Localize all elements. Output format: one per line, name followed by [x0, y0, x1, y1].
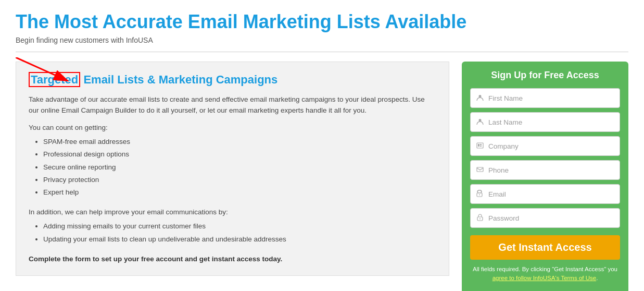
- first-name-field: [470, 88, 620, 108]
- lock-icon: [476, 214, 484, 223]
- password-field: [470, 208, 620, 228]
- targeted-word: Targeted: [29, 72, 80, 87]
- terms-link[interactable]: agree to follow InfoUSA's Terms of Use: [493, 275, 597, 281]
- terms-suffix: .: [596, 275, 598, 281]
- signup-title: Sign Up for Free Access: [470, 70, 620, 81]
- page-title: The Most Accurate Email Marketing Lists …: [16, 10, 628, 33]
- heading-rest: Email Lists & Marketing Campaigns: [80, 73, 277, 86]
- company-input[interactable]: [488, 142, 614, 150]
- list-item: SPAM-free email addresses: [43, 136, 436, 148]
- in-addition-label: In addition, we can help improve your em…: [29, 208, 436, 216]
- password-input[interactable]: [488, 214, 614, 222]
- list-item: Secure online reporting: [43, 161, 436, 174]
- list-item: Updating your email lists to clean up un…: [43, 233, 436, 246]
- email-input[interactable]: [488, 190, 614, 198]
- svg-point-12: [479, 218, 481, 219]
- phone-input[interactable]: [488, 166, 614, 174]
- email-field: [470, 184, 620, 204]
- building-icon: [476, 142, 484, 151]
- person-icon: [476, 94, 484, 103]
- terms-text: All fields required. By clicking "Get In…: [470, 265, 620, 283]
- bullets-list-2: Adding missing emails to your current cu…: [29, 220, 436, 246]
- svg-rect-7: [480, 146, 482, 147]
- section-desc: Take advantage of our accurate email lis…: [29, 94, 436, 116]
- last-name-input[interactable]: [488, 118, 614, 126]
- divider: [16, 52, 628, 52]
- page-wrapper: The Most Accurate Email Marketing Lists …: [0, 0, 644, 291]
- envelope-icon: [476, 190, 484, 199]
- last-name-field: [470, 112, 620, 132]
- svg-rect-5: [478, 144, 479, 147]
- complete-form-text: Complete the form to set up your free ac…: [29, 255, 436, 263]
- svg-rect-6: [480, 144, 482, 145]
- svg-point-10: [479, 194, 480, 195]
- section-heading: Targeted Email Lists & Marketing Campaig…: [29, 72, 436, 88]
- list-item: Expert help: [43, 186, 436, 199]
- first-name-input[interactable]: [488, 94, 614, 102]
- page-subtitle: Begin finding new customers with InfoUSA: [16, 36, 628, 44]
- bullets-list-1: SPAM-free email addresses Professional d…: [29, 136, 436, 199]
- list-item: Adding missing emails to your current cu…: [43, 220, 436, 233]
- person-icon-2: [476, 118, 484, 127]
- main-content: Targeted Email Lists & Marketing Campaig…: [16, 62, 628, 291]
- phone-icon: [476, 166, 484, 175]
- signup-form-panel: Sign Up for Free Access: [462, 62, 628, 291]
- phone-field: [470, 160, 620, 180]
- terms-link-text: agree to follow InfoUSA's Terms of Use: [493, 275, 597, 281]
- list-item: Privacy protection: [43, 174, 436, 186]
- list-item: Professional design options: [43, 148, 436, 161]
- get-instant-access-button[interactable]: Get Instant Access: [470, 235, 620, 260]
- left-panel: Targeted Email Lists & Marketing Campaig…: [16, 62, 449, 276]
- you-can-count-label: You can count on getting:: [29, 124, 436, 131]
- terms-prefix: All fields required. By clicking "Get In…: [473, 266, 617, 272]
- company-field: [470, 136, 620, 156]
